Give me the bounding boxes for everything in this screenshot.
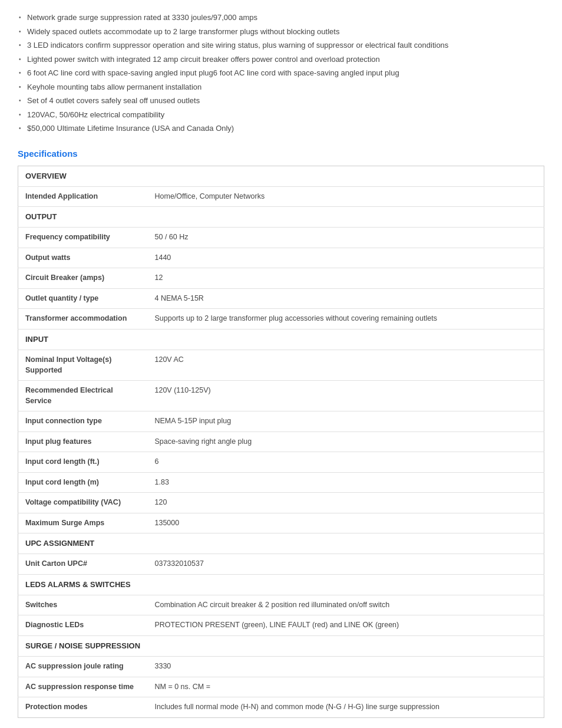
table-row: Output watts1440 xyxy=(18,248,544,268)
row-label: Recommended Electrical Service xyxy=(18,381,148,411)
section-header-row: UPC ASSIGNMENT xyxy=(18,533,544,554)
bullet-item: Network grade surge suppression rated at… xyxy=(18,12,544,24)
row-label: Intended Application xyxy=(18,186,148,207)
row-label: Voltage compatibility (VAC) xyxy=(18,493,148,513)
section-header-cell: OUTPUT xyxy=(18,207,544,228)
table-row: Nominal Input Voltage(s) Supported120V A… xyxy=(18,350,544,381)
table-row: AC suppression joule rating3330 xyxy=(18,657,544,677)
table-row: Unit Carton UPC#037332010537 xyxy=(18,554,544,575)
row-label: Nominal Input Voltage(s) Supported xyxy=(18,350,148,381)
row-value: Combination AC circuit breaker & 2 posit… xyxy=(148,595,544,615)
row-value: 1440 xyxy=(148,248,544,268)
bullet-item: $50,000 Ultimate Lifetime Insurance (USA… xyxy=(18,123,544,134)
table-row: Outlet quantity / type4 NEMA 5-15R xyxy=(18,288,544,309)
section-header-cell: UPC ASSIGNMENT xyxy=(18,533,544,554)
row-label: Input cord length (ft.) xyxy=(18,452,148,473)
row-value: 4 NEMA 5-15R xyxy=(148,288,544,309)
row-label: Input plug features xyxy=(18,431,148,452)
table-row: AC suppression response timeNM = 0 ns. C… xyxy=(18,677,544,697)
row-label: AC suppression response time xyxy=(18,677,148,697)
row-label: Outlet quantity / type xyxy=(18,288,148,309)
row-label: Unit Carton UPC# xyxy=(18,554,148,575)
row-value: 1.83 xyxy=(148,472,544,493)
section-header-row: OVERVIEW xyxy=(18,166,544,186)
row-label: Protection modes xyxy=(18,697,148,718)
bullet-item: 120VAC, 50/60Hz electrical compatibility xyxy=(18,109,544,121)
row-value: 12 xyxy=(148,268,544,289)
row-label: Input connection type xyxy=(18,411,148,432)
section-header-row: LEDS ALARMS & SWITCHES xyxy=(18,574,544,595)
table-row: Protection modesIncludes full normal mod… xyxy=(18,697,544,718)
table-row: Circuit Breaker (amps)12 xyxy=(18,268,544,289)
table-row: Frequency compatibility50 / 60 Hz xyxy=(18,228,544,248)
row-value: Includes full normal mode (H-N) and comm… xyxy=(148,697,544,718)
row-value: 50 / 60 Hz xyxy=(148,228,544,248)
row-label: Transformer accommodation xyxy=(18,309,148,330)
row-label: Switches xyxy=(18,595,148,615)
bullet-item: Widely spaced outlets accommodate up to … xyxy=(18,26,544,38)
table-row: Input plug featuresSpace-saving right an… xyxy=(18,431,544,452)
bullet-item: Set of 4 outlet covers safely seal off u… xyxy=(18,95,544,107)
table-row: Transformer accommodationSupports up to … xyxy=(18,309,544,330)
section-header-cell: OVERVIEW xyxy=(18,166,544,186)
section-header-row: OUTPUT xyxy=(18,207,544,228)
section-header-row: SURGE / NOISE SUPPRESSION xyxy=(18,635,544,656)
row-label: Circuit Breaker (amps) xyxy=(18,268,148,289)
specifications-table: OVERVIEWIntended ApplicationHome/Office,… xyxy=(18,166,544,718)
row-value: NEMA 5-15P input plug xyxy=(148,411,544,432)
section-header-cell: INPUT xyxy=(18,329,544,350)
table-row: Voltage compatibility (VAC)120 xyxy=(18,493,544,513)
row-value: Home/Office, Computer Networks xyxy=(148,186,544,207)
row-value: NM = 0 ns. CM = xyxy=(148,677,544,697)
row-label: Input cord length (m) xyxy=(18,472,148,493)
row-label: AC suppression joule rating xyxy=(18,657,148,677)
row-label: Diagnostic LEDs xyxy=(18,615,148,636)
row-value: Supports up to 2 large transformer plug … xyxy=(148,309,544,330)
bullet-item: Keyhole mounting tabs allow permanent in… xyxy=(18,81,544,93)
row-label: Output watts xyxy=(18,248,148,268)
bullet-item: 6 foot AC line cord with space-saving an… xyxy=(18,67,544,79)
section-header-cell: LEDS ALARMS & SWITCHES xyxy=(18,574,544,595)
feature-list: Network grade surge suppression rated at… xyxy=(18,12,544,134)
row-value: 6 xyxy=(148,452,544,473)
section-header-row: INPUT xyxy=(18,329,544,350)
section-header-cell: SURGE / NOISE SUPPRESSION xyxy=(18,635,544,656)
bullet-item: 3 LED indicators confirm suppressor oper… xyxy=(18,39,544,51)
table-row: Intended ApplicationHome/Office, Compute… xyxy=(18,186,544,207)
specifications-heading: Specifications xyxy=(18,149,544,159)
row-value: 120V AC xyxy=(148,350,544,381)
row-value: 120V (110-125V) xyxy=(148,381,544,411)
row-value: Space-saving right angle plug xyxy=(148,431,544,452)
table-row: Input cord length (ft.)6 xyxy=(18,452,544,473)
bullet-item: Lighted power switch with integrated 12 … xyxy=(18,54,544,65)
table-row: Recommended Electrical Service120V (110-… xyxy=(18,381,544,411)
row-value: 120 xyxy=(148,493,544,513)
table-row: Input cord length (m)1.83 xyxy=(18,472,544,493)
row-value: 037332010537 xyxy=(148,554,544,575)
row-label: Maximum Surge Amps xyxy=(18,513,148,533)
table-row: SwitchesCombination AC circuit breaker &… xyxy=(18,595,544,615)
row-value: 3330 xyxy=(148,657,544,677)
table-row: Diagnostic LEDsPROTECTION PRESENT (green… xyxy=(18,615,544,636)
row-value: 135000 xyxy=(148,513,544,533)
row-value: PROTECTION PRESENT (green), LINE FAULT (… xyxy=(148,615,544,636)
table-row: Input connection typeNEMA 5-15P input pl… xyxy=(18,411,544,432)
row-label: Frequency compatibility xyxy=(18,228,148,248)
table-row: Maximum Surge Amps135000 xyxy=(18,513,544,533)
